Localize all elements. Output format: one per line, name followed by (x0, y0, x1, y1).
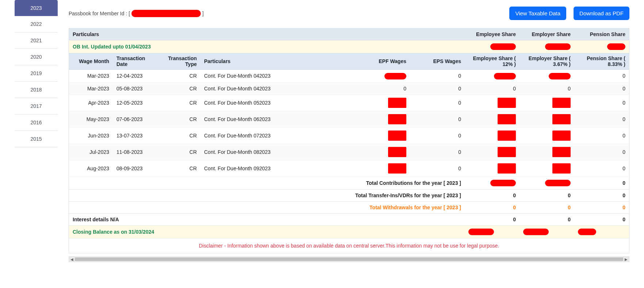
cell-particulars: Cont. For Due-Month 062023 (200, 111, 355, 127)
cell-emp-share (465, 144, 520, 160)
cell-empr-share: 0 (520, 82, 574, 94)
cell-emp-share (465, 160, 520, 176)
table-row: Jun-202313-07-2023CRCont. For Due-Month … (69, 127, 629, 144)
total-transfer-ps: 0 (574, 189, 629, 201)
cell-txn-date: 11-08-2023 (113, 144, 160, 160)
view-taxable-data-button[interactable]: View Taxable Data (509, 7, 566, 20)
redacted-value (545, 180, 571, 186)
year-tab-2016[interactable]: 2016 (15, 114, 58, 131)
table-row: May-202307-06-2023CRCont. For Due-Month … (69, 111, 629, 127)
ob-row: OB Int. Updated upto 01/04/2023 (69, 40, 629, 53)
cell-txn-type: CR (160, 144, 200, 160)
cell-txn-date: 12-04-2023 (113, 70, 160, 82)
cell-eps-wages: 0 (410, 94, 465, 111)
cell-empr-share (520, 94, 574, 111)
cell-epf-wages (355, 70, 410, 82)
summary-header-table: Particulars Employee Share Employer Shar… (69, 28, 629, 53)
cell-particulars: Cont. For Due-Month 082023 (200, 144, 355, 160)
th-emp-share-pct: Employee Share ( 12% ) (465, 53, 520, 70)
cell-emp-share (465, 94, 520, 111)
cell-epf-wages (355, 144, 410, 160)
cell-particulars: Cont. For Due-Month 092023 (200, 160, 355, 176)
cell-epf-wages (355, 94, 410, 111)
total-transfer-es: 0 (465, 189, 520, 201)
total-withdrawals-row: Total Withdrawals for the year [ 2023 ] … (69, 201, 629, 213)
year-tab-2020[interactable]: 2020 (15, 49, 58, 65)
total-contrib-ers (520, 176, 574, 189)
year-tabs: 202320222021202020192018201720162015 (15, 0, 58, 262)
table-row: Mar-202312-04-2023CRCont. For Due-Month … (69, 70, 629, 82)
cell-emp-share (465, 127, 520, 144)
redacted-value (498, 98, 516, 108)
th-employer-share: Employer Share (520, 28, 574, 40)
redacted-value (388, 114, 406, 124)
total-contrib-label: Total Contributions for the year [ 2023 … (69, 176, 465, 189)
year-tab-2017[interactable]: 2017 (15, 98, 58, 114)
cell-epf-wages (355, 111, 410, 127)
scroll-right-arrow[interactable]: ▶ (623, 257, 629, 262)
cell-empr-share (520, 70, 574, 82)
cell-emp-share (465, 111, 520, 127)
year-tab-2019[interactable]: 2019 (15, 65, 58, 82)
table-row: Aug-202308-09-2023CRCont. For Due-Month … (69, 160, 629, 176)
member-id-redacted (131, 10, 201, 17)
cell-eps-wages: 0 (410, 127, 465, 144)
cell-txn-type: CR (160, 82, 200, 94)
th-empr-share-pct: Employer Share ( 3.67% ) (520, 53, 574, 70)
top-header-row: Particulars Employee Share Employer Shar… (69, 28, 629, 40)
total-contrib-ps: 0 (574, 176, 629, 189)
cell-txn-date: 08-09-2023 (113, 160, 160, 176)
redacted-value (388, 163, 406, 174)
cell-eps-wages: 0 (410, 82, 465, 94)
year-tab-2018[interactable]: 2018 (15, 82, 58, 98)
redacted-value (552, 163, 571, 174)
redacted-value (523, 229, 549, 235)
cell-empr-share (520, 111, 574, 127)
cell-pension: 0 (574, 127, 629, 144)
redacted-value (549, 73, 571, 79)
redacted-value (498, 114, 516, 124)
closing-balance-row: Closing Balance as on 31/03/2024 (69, 225, 629, 238)
cell-pension: 0 (574, 144, 629, 160)
total-contrib-es (465, 176, 520, 189)
interest-es: 0 (465, 213, 520, 225)
download-pdf-button[interactable]: Download as PDF (574, 7, 629, 20)
th-pension-share: Pension Share (574, 28, 629, 40)
cell-wage-month: Jul-2023 (69, 144, 113, 160)
cell-emp-share (465, 70, 520, 82)
table-row: Jul-202311-08-2023CRCont. For Due-Month … (69, 144, 629, 160)
cell-epf-wages: 0 (355, 82, 410, 94)
year-tab-2023[interactable]: 2023 (15, 0, 58, 16)
interest-ers: 0 (520, 213, 574, 225)
interest-ps: 0 (574, 213, 629, 225)
main-content: Passbook for Member Id : [ ] View Taxabl… (69, 0, 629, 262)
ob-pension (574, 40, 629, 53)
total-contributions-row: Total Contributions for the year [ 2023 … (69, 176, 629, 189)
ob-emp-share (465, 40, 520, 53)
cell-particulars: Cont. For Due-Month 072023 (200, 127, 355, 144)
th-eps-wages: EPS Wages (410, 53, 465, 70)
contributions-table: Wage Month Transaction Date Transaction … (69, 53, 629, 253)
scroll-thumb[interactable] (75, 257, 623, 261)
redacted-value (388, 98, 406, 108)
year-tab-2015[interactable]: 2015 (15, 131, 58, 147)
redacted-value (498, 131, 516, 141)
redacted-value (498, 163, 516, 174)
disclaimer-row: Disclaimer - Information shown above is … (69, 238, 629, 253)
redacted-value (578, 229, 596, 235)
th-pension-pct: Pension Share ( 8.33% ) (574, 53, 629, 70)
redacted-value (498, 147, 516, 157)
scroll-left-arrow[interactable]: ◀ (69, 257, 75, 262)
total-withdraw-label: Total Withdrawals for the year [ 2023 ] (69, 201, 465, 213)
year-tab-2021[interactable]: 2021 (15, 32, 58, 49)
cell-eps-wages: 0 (410, 144, 465, 160)
cell-pension: 0 (574, 160, 629, 176)
redacted-value (552, 131, 571, 141)
cell-epf-wages (355, 160, 410, 176)
cell-pension: 0 (574, 111, 629, 127)
cell-pension: 0 (574, 82, 629, 94)
disclaimer-text: Disclaimer - Information shown above is … (69, 238, 629, 253)
horizontal-scrollbar[interactable]: ◀ ▶ (69, 256, 629, 262)
th-txn-type: Transaction Type (160, 53, 200, 70)
year-tab-2022[interactable]: 2022 (15, 16, 58, 32)
